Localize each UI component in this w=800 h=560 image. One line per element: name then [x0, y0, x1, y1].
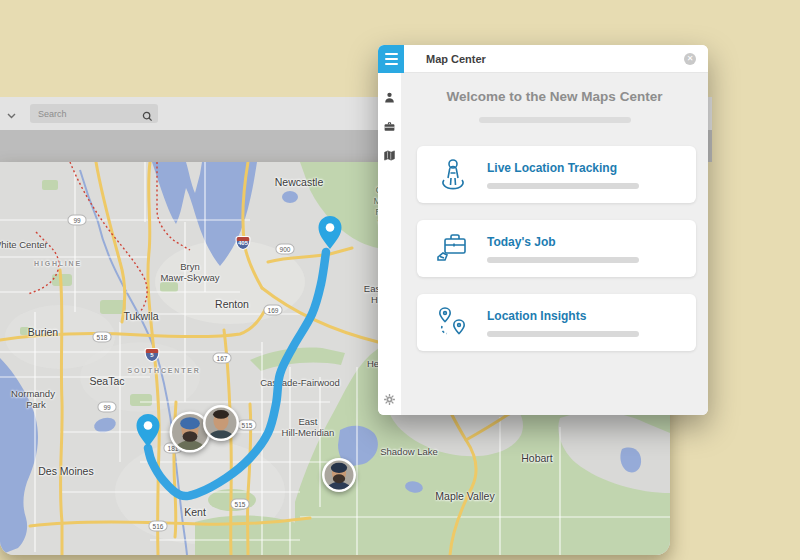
card-live-location-tracking[interactable]: Live Location Tracking	[417, 146, 696, 203]
panel-title: Map Center	[426, 53, 684, 65]
card-title: Location Insights	[487, 309, 639, 323]
card-title: Live Location Tracking	[487, 161, 639, 175]
briefcase-icon[interactable]	[379, 115, 401, 137]
welcome-heading: Welcome to the New Maps Center	[401, 89, 708, 104]
close-icon[interactable]: ✕	[684, 53, 696, 65]
user-icon[interactable]	[379, 86, 401, 108]
card-placeholder-bar	[487, 331, 639, 337]
card-placeholder-bar	[487, 183, 639, 189]
route-polyline	[148, 252, 326, 496]
panel-body: Welcome to the New Maps Center Live Loca…	[378, 73, 708, 415]
hamburger-menu-button[interactable]	[378, 45, 404, 73]
card-title: Today's Job	[487, 235, 639, 249]
card-location-insights[interactable]: Location Insights	[417, 294, 696, 351]
todays-job-icon	[434, 230, 470, 268]
card-placeholder-bar	[487, 257, 639, 263]
map-pin[interactable]	[319, 216, 342, 249]
live-location-icon	[434, 156, 470, 194]
search-box	[30, 104, 158, 123]
settings-gear-icon[interactable]	[378, 393, 401, 406]
chevron-down-icon[interactable]	[0, 105, 22, 123]
map-pin[interactable]	[137, 414, 160, 447]
card-todays-job[interactable]: Today's Job	[417, 220, 696, 277]
search-input[interactable]	[30, 104, 158, 123]
panel-header: Map Center ✕	[378, 45, 708, 73]
desktop: { "window": { "search_placeholder": "Sea…	[0, 0, 800, 560]
worker-avatar-2[interactable]	[203, 405, 239, 464]
panel-sidebar	[378, 73, 401, 415]
cards-list: Live Location Tracking Tod	[417, 146, 696, 351]
search-icon[interactable]	[142, 108, 153, 126]
location-insights-icon	[434, 304, 470, 342]
worker-avatar-3[interactable]	[322, 458, 356, 514]
map-center-panel: Map Center ✕ Welcome to the New Maps Cen…	[378, 45, 708, 415]
panel-content: Welcome to the New Maps Center Live Loca…	[401, 73, 708, 415]
placeholder-bar	[479, 117, 631, 123]
map-icon[interactable]	[379, 144, 401, 166]
